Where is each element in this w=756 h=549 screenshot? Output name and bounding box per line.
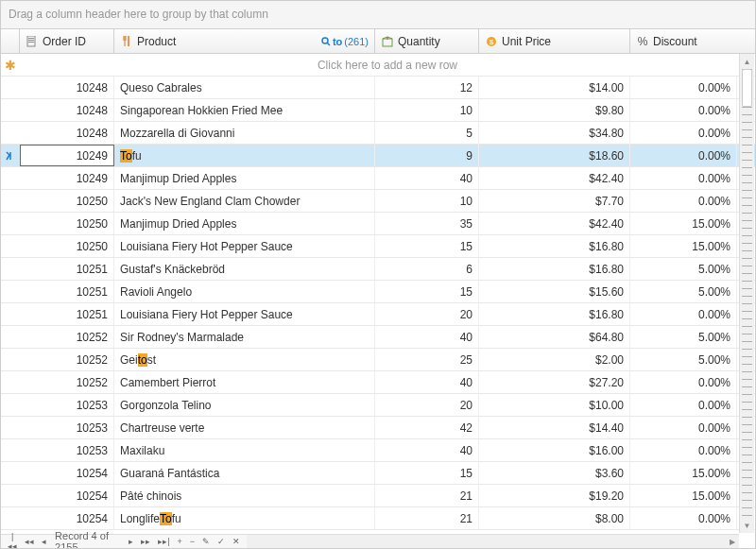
cell-order[interactable]: 10250	[20, 213, 114, 234]
cell-qty[interactable]: 15	[375, 281, 479, 302]
cell-qty[interactable]: 40	[375, 326, 479, 348]
table-row[interactable]: 10250Louisiana Fiery Hot Pepper Sauce15$…	[1, 235, 755, 258]
table-row[interactable]: 10248Mozzarella di Giovanni5$34.800.00%	[1, 122, 755, 145]
cell-order[interactable]: 10254	[20, 485, 114, 506]
table-row[interactable]: 10251Ravioli Angelo15$15.605.00%	[1, 281, 755, 303]
cell-discount[interactable]: 0.00%	[630, 190, 737, 212]
cell-order[interactable]: 10248	[20, 122, 114, 144]
cell-product[interactable]: Mozzarella di Giovanni	[114, 122, 375, 144]
cell-qty[interactable]: 10	[375, 99, 479, 121]
cell-price[interactable]: $15.60	[479, 281, 630, 302]
cell-product[interactable]: Tofu	[114, 145, 375, 166]
table-row[interactable]: 10253Maxilaku40$16.000.00%	[1, 439, 755, 462]
table-row[interactable]: 10253Gorgonzola Telino20$10.000.00%	[1, 394, 755, 417]
cell-discount[interactable]: 0.00%	[630, 122, 737, 144]
group-panel[interactable]: Drag a column header here to group by th…	[1, 1, 755, 29]
cell-order[interactable]: 10253	[20, 394, 114, 416]
cell-discount[interactable]: 0.00%	[630, 507, 737, 529]
cell-order[interactable]: 10252	[20, 371, 114, 393]
table-row[interactable]: 10248Queso Cabrales12$14.000.00%	[1, 77, 755, 99]
cell-price[interactable]: $42.40	[479, 167, 630, 189]
cell-price[interactable]: $9.80	[479, 99, 630, 121]
table-row[interactable]: 10250Jack's New England Clam Chowder10$7…	[1, 190, 755, 213]
cell-order[interactable]: 10249	[20, 145, 114, 166]
cell-qty[interactable]: 42	[375, 417, 479, 438]
cell-discount[interactable]: 0.00%	[630, 371, 737, 393]
cell-discount[interactable]: 0.00%	[630, 394, 737, 416]
cell-order[interactable]: 10254	[20, 507, 114, 529]
nav-check-button[interactable]: ✓	[215, 537, 228, 546]
cell-discount[interactable]: 15.00%	[630, 462, 737, 484]
cell-discount[interactable]: 15.00%	[630, 485, 737, 506]
cell-price[interactable]: $16.00	[479, 439, 630, 461]
cell-product[interactable]: Pâté chinois	[114, 485, 375, 506]
column-header-quantity[interactable]: Quantity	[375, 29, 479, 53]
cell-qty[interactable]: 25	[375, 349, 479, 370]
cell-discount[interactable]: 0.00%	[630, 303, 737, 325]
cell-qty[interactable]: 40	[375, 439, 479, 461]
cell-product[interactable]: Longlife Tofu	[114, 507, 375, 529]
cell-price[interactable]: $14.40	[479, 417, 630, 438]
cell-discount[interactable]: 5.00%	[630, 326, 737, 348]
search-filter-badge[interactable]: to(261)	[321, 36, 369, 47]
cell-price[interactable]: $64.80	[479, 326, 630, 348]
table-row[interactable]: 10254Pâté chinois21$19.2015.00%	[1, 485, 755, 507]
cell-discount[interactable]: 5.00%	[630, 281, 737, 302]
scroll-right-arrow-icon[interactable]: ▶	[725, 535, 739, 549]
cell-qty[interactable]: 5	[375, 122, 479, 144]
cell-price[interactable]: $42.40	[479, 213, 630, 234]
cell-product[interactable]: Singaporean Hokkien Fried Mee	[114, 99, 375, 121]
cell-product[interactable]: Camembert Pierrot	[114, 371, 375, 393]
cell-discount[interactable]: 15.00%	[630, 235, 737, 257]
cell-discount[interactable]: 0.00%	[630, 145, 737, 166]
table-row[interactable]: 10249Tofu9$18.600.00%	[1, 145, 755, 167]
cell-order[interactable]: 10254	[20, 462, 114, 484]
cell-qty[interactable]: 20	[375, 303, 479, 325]
scrollbar-thumb[interactable]	[742, 69, 752, 107]
cell-price[interactable]: $10.00	[479, 394, 630, 416]
nav-add-button[interactable]: +	[174, 537, 184, 546]
nav-next-button[interactable]: ▸	[126, 537, 136, 546]
cell-price[interactable]: $2.00	[479, 349, 630, 370]
table-row[interactable]: 10252Sir Rodney's Marmalade40$64.805.00%	[1, 326, 755, 349]
cell-discount[interactable]: 5.00%	[630, 258, 737, 280]
cell-qty[interactable]: 21	[375, 485, 479, 506]
cell-product[interactable]: Geitost	[114, 349, 375, 370]
cell-qty[interactable]: 20	[375, 394, 479, 416]
cell-order[interactable]: 10250	[20, 235, 114, 257]
vertical-scrollbar[interactable]: ▲ ▼	[739, 54, 754, 533]
cell-discount[interactable]: 0.00%	[630, 417, 737, 438]
cell-qty[interactable]: 6	[375, 258, 479, 280]
table-row[interactable]: 10248Singaporean Hokkien Fried Mee10$9.8…	[1, 99, 755, 122]
nav-prev-page-button[interactable]: ◂◂	[22, 537, 37, 546]
cell-product[interactable]: Queso Cabrales	[114, 77, 375, 98]
cell-order[interactable]: 10253	[20, 417, 114, 438]
nav-prev-button[interactable]: ◂	[39, 537, 49, 546]
cell-price[interactable]: $14.00	[479, 77, 630, 98]
cell-price[interactable]: $8.00	[479, 507, 630, 529]
column-header-product[interactable]: Product to(261)	[114, 29, 375, 53]
cell-qty[interactable]: 40	[375, 167, 479, 189]
table-row[interactable]: 10250Manjimup Dried Apples35$42.4015.00%	[1, 213, 755, 235]
cell-product[interactable]: Jack's New England Clam Chowder	[114, 190, 375, 212]
table-row[interactable]: 10254Guaraná Fantástica15$3.6015.00%	[1, 462, 755, 485]
table-row[interactable]: 10251Gustaf's Knäckebröd6$16.805.00%	[1, 258, 755, 281]
cell-discount[interactable]: 0.00%	[630, 77, 737, 98]
cell-product[interactable]: Manjimup Dried Apples	[114, 213, 375, 234]
cell-product[interactable]: Sir Rodney's Marmalade	[114, 326, 375, 348]
cell-qty[interactable]: 40	[375, 371, 479, 393]
cell-order[interactable]: 10252	[20, 326, 114, 348]
cell-discount[interactable]: 0.00%	[630, 99, 737, 121]
nav-next-page-button[interactable]: ▸▸	[138, 537, 153, 546]
cell-price[interactable]: $16.80	[479, 235, 630, 257]
cell-qty[interactable]: 15	[375, 235, 479, 257]
scroll-up-arrow-icon[interactable]: ▲	[740, 54, 754, 69]
cell-price[interactable]: $3.60	[479, 462, 630, 484]
column-header-order[interactable]: Order ID	[20, 29, 114, 53]
cell-qty[interactable]: 12	[375, 77, 479, 98]
column-header-discount[interactable]: % Discount	[630, 29, 737, 53]
nav-first-button[interactable]: |◂◂	[5, 532, 20, 549]
cell-qty[interactable]: 35	[375, 213, 479, 234]
cell-discount[interactable]: 0.00%	[630, 167, 737, 189]
cell-product[interactable]: Louisiana Fiery Hot Pepper Sauce	[114, 303, 375, 325]
